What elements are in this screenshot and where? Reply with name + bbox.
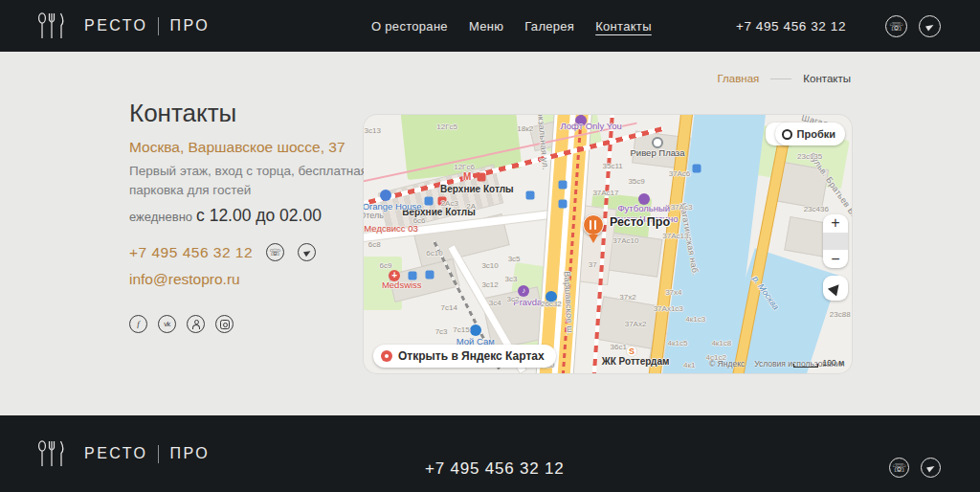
- locate-button[interactable]: [823, 276, 848, 301]
- map-label: 37Ас10: [612, 236, 638, 245]
- address-note: Первый этаж, вход с торца, бесплатная па…: [129, 162, 373, 200]
- map-label: 3с2: [507, 295, 520, 303]
- map-label: 2Ас3: [441, 199, 458, 208]
- telegram-icon[interactable]: [921, 458, 941, 478]
- map-label: 37х2: [619, 293, 635, 302]
- tram-stop-icon: [425, 271, 434, 280]
- footer-messengers: ☏: [889, 458, 941, 478]
- plane-glyph: [926, 463, 936, 472]
- brand-logo[interactable]: РЕСТО ПРО: [36, 11, 210, 41]
- map-label: 37: [589, 260, 597, 269]
- transit-icon: [526, 190, 535, 199]
- traffic-label: Пробки: [797, 128, 835, 140]
- main-nav: О ресторане Меню Галерея Контакты: [371, 0, 652, 52]
- camera-glyph: [220, 320, 230, 329]
- brand-name-right: ПРО: [169, 445, 210, 462]
- nav-about[interactable]: О ресторане: [371, 19, 448, 34]
- transit-icon: [559, 181, 568, 190]
- whatsapp-icon[interactable]: ☏: [889, 458, 909, 478]
- map-label: 7с15: [453, 325, 469, 334]
- brand-name-left: РЕСТО: [84, 445, 147, 462]
- map-label: 6с10: [426, 249, 442, 257]
- map-label: 37Ас6: [669, 170, 691, 179]
- map-label: Medswiss: [382, 280, 422, 291]
- footer-brand-logo[interactable]: РЕСТО ПРО: [36, 438, 210, 469]
- zoom-controls: + −: [823, 214, 848, 268]
- nav-gallery[interactable]: Галерея: [524, 19, 574, 34]
- contact-phone[interactable]: +7 495 456 32 12: [129, 244, 253, 261]
- pravda-icon: [518, 285, 529, 297]
- odnoklassniki-icon[interactable]: [187, 315, 205, 333]
- footer: РЕСТО ПРО: [0, 415, 980, 492]
- facebook-icon[interactable]: f: [129, 315, 147, 333]
- scale-label: 100 м: [823, 358, 844, 368]
- header: РЕСТО ПРО О ресторане Меню Галерея Конта…: [0, 0, 980, 52]
- vk-icon[interactable]: vk: [158, 315, 176, 333]
- header-messengers: ☏: [885, 15, 941, 37]
- brand-name-right: ПРО: [169, 17, 210, 34]
- traffic-button[interactable]: Пробки: [775, 123, 845, 145]
- telegram-icon[interactable]: [298, 243, 316, 261]
- nav-contacts[interactable]: Контакты: [595, 19, 652, 34]
- footer-phone[interactable]: +7 495 456 32 12: [425, 459, 565, 479]
- hotel-icon: [380, 190, 391, 201]
- open-in-yandex-button[interactable]: Открыть в Яндекс Картах: [373, 345, 556, 368]
- zoom-in-button[interactable]: +: [823, 214, 848, 233]
- breadcrumb-separator: [770, 78, 791, 79]
- map-label: 6с8: [368, 240, 381, 249]
- dock-icon: [692, 164, 701, 172]
- page-title: Контакты: [129, 99, 236, 128]
- map-label: 12Гс5: [436, 123, 457, 131]
- yandex-map[interactable]: Вокзальная ул.Варшавское ш.Нагатинская н…: [364, 115, 852, 373]
- mcc-train-icon: [478, 172, 486, 181]
- map-label: 3с13: [364, 126, 380, 135]
- instagram-icon[interactable]: [215, 315, 234, 333]
- metro-icon: М: [463, 171, 471, 183]
- contact-email[interactable]: info@restopro.ru: [129, 271, 240, 288]
- telegram-icon[interactable]: [919, 15, 941, 37]
- tram-stop-icon: [409, 272, 417, 280]
- map-label: 4к1с3: [685, 316, 705, 324]
- address: Москва, Варшавское шоссе, 37: [129, 139, 345, 156]
- map-label: 26с32: [541, 300, 562, 308]
- breadcrumb-home[interactable]: Главная: [718, 73, 760, 84]
- map-label: 18к2: [517, 125, 533, 134]
- brand-divider: [158, 445, 159, 463]
- map-label: 3с12: [481, 280, 498, 289]
- map-scale: 100 м: [793, 358, 844, 368]
- yandex-copyright: © Яндекс: [709, 359, 745, 369]
- nav-menu[interactable]: Меню: [469, 19, 503, 34]
- open-in-yandex-label: Открыть в Яндекс Картах: [398, 349, 545, 363]
- map-label: 3с10: [481, 261, 498, 270]
- whatsapp-icon[interactable]: ☏: [885, 15, 907, 37]
- cutlery-icon: [36, 11, 67, 41]
- map-label: 7с3: [435, 327, 448, 336]
- map-label: 35с9: [628, 177, 644, 186]
- phone-glyph: ☏: [889, 21, 903, 33]
- map-label: Ривер Плаза: [631, 147, 685, 158]
- map-label: 3с5: [508, 255, 521, 263]
- map-label: Медсвисс 03: [364, 223, 417, 234]
- person-glyph: [191, 320, 200, 329]
- map-label: 37х4: [665, 288, 681, 297]
- whatsapp-icon[interactable]: ☏: [266, 243, 284, 261]
- plane-glyph: [303, 248, 312, 257]
- cutlery-icon: [36, 438, 67, 469]
- map-label: 37Ас17: [592, 189, 618, 197]
- restaurant-marker-icon[interactable]: [583, 214, 604, 235]
- header-phone[interactable]: +7 495 456 32 12: [736, 19, 846, 34]
- zoom-out-button[interactable]: −: [823, 250, 848, 268]
- working-hours: ежедневнос 12.00 до 02.00: [129, 206, 322, 226]
- brand-divider: [158, 17, 159, 35]
- map-label: 2А: [466, 203, 476, 212]
- social-links: f vk: [129, 315, 234, 333]
- hours-prefix: ежедневно: [129, 210, 192, 224]
- transit-icon: [559, 199, 568, 208]
- phone-glyph: ☏: [892, 462, 906, 474]
- map-label: 37Ах2: [625, 320, 647, 328]
- map-label: 35с11: [602, 162, 622, 170]
- map-pin-icon: [381, 350, 392, 362]
- map-label: 23с88: [830, 310, 851, 319]
- map-label: 37Ас3: [671, 203, 693, 212]
- map-label: 37Ах1с3: [654, 304, 683, 313]
